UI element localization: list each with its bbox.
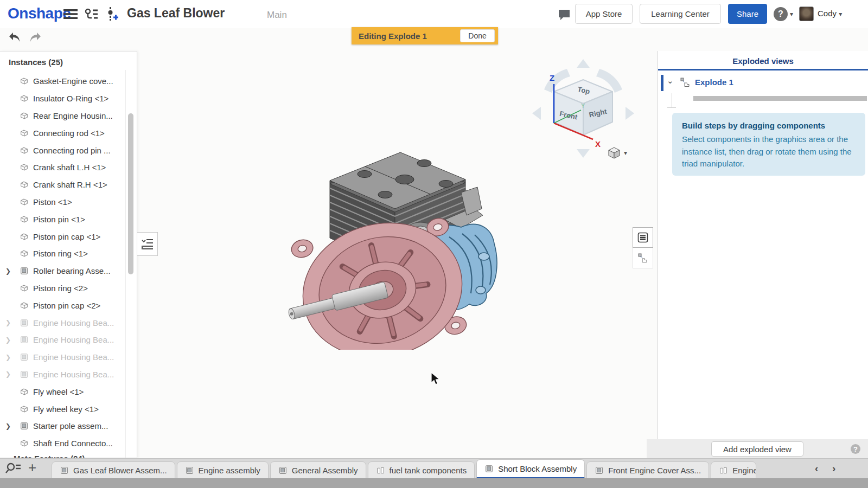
tab-label: Gas Leaf Blower Assem... [73,466,167,475]
assembly-icon [20,266,29,275]
user-caret-icon: ▾ [839,10,842,18]
instance-row[interactable]: Piston pin cap <1> [0,228,125,245]
redo-button[interactable] [28,31,43,44]
instance-row[interactable]: Gasket-Engine cove... [0,73,125,90]
instance-row[interactable]: Insulator O-Ring <1> [0,90,125,107]
branch-create-icon[interactable] [104,7,120,21]
user-menu[interactable]: Cody ▾ [818,9,842,18]
front-cover [288,204,477,350]
help-icon[interactable]: ? [851,444,860,454]
mate-features-label: Mate Features (24) [14,454,85,458]
right-panel-tabs [633,227,653,268]
instance-row[interactable]: Connecting rod <1> [0,124,125,142]
instance-row[interactable]: ❯Engine Housing Bea... [0,331,125,349]
instance-row[interactable]: ❯Starter pole assem... [0,418,125,435]
scrollbar-thumb[interactable] [128,113,133,274]
instance-list: Gasket-Engine cove...Insulator O-Ring <1… [0,73,125,452]
instance-label: Engine Housing Bea... [33,352,114,362]
user-name-label: Cody [818,9,837,18]
share-button[interactable]: Share [728,4,767,24]
instance-row[interactable]: Piston ring <2> [0,280,125,297]
instances-panel-toggle[interactable] [137,232,158,256]
instance-row[interactable]: Piston ring <1> [0,245,125,262]
document-tab[interactable]: fuel tank components [368,461,475,479]
instance-row[interactable]: ❯Roller bearing Asse... [0,262,125,280]
explode-name: Explode 1 [695,78,733,87]
instance-label: Engine Housing Bea... [33,335,114,344]
instance-row[interactable]: Crank shaft R.H <1> [0,176,125,194]
search-tabs-icon[interactable] [5,462,22,477]
document-tab[interactable]: Short Block Assembly [476,459,585,479]
onshape-app: Onshape Gas Leaf Blower Main App Store L… [0,0,868,488]
explode-item[interactable]: ⌄ Explode 1 [658,74,868,92]
instance-row[interactable]: Connecting rod pin ... [0,142,125,159]
onshape-logo[interactable]: Onshape [8,5,71,22]
explode-step-slider[interactable] [693,96,867,101]
instance-row[interactable]: Shaft End Connecto... [0,435,125,452]
instance-row[interactable]: Piston <1> [0,194,125,211]
assembly-icon [20,318,29,328]
document-tab[interactable]: Gas Leaf Blower Assem... [52,461,175,479]
instance-label: Engine Housing Bea... [33,318,114,328]
selection-bar [661,75,663,91]
tab-label: Engine assembly [199,466,260,475]
expand-chevron-icon[interactable]: ❯ [5,370,20,378]
scrollbar-track [125,70,126,458]
add-exploded-view-button[interactable]: Add exploded view [711,441,803,457]
user-avatar[interactable] [799,7,814,21]
done-button[interactable]: Done [460,29,495,42]
instance-row[interactable]: Rear Engine Housin... [0,107,125,125]
expand-chevron-icon[interactable]: ❯ [5,422,20,430]
help-icon[interactable]: ? [774,7,788,21]
document-tab[interactable]: Engine C [711,461,756,479]
window-bottom-edge [0,478,868,488]
graphics-area[interactable]: Top Front Right Z X Y ▾ [158,51,633,458]
instance-label: Insulator O-Ring <1> [33,94,108,103]
instance-row[interactable]: Piston pin <1> [0,210,125,228]
learning-center-button[interactable]: Learning Center [640,4,721,24]
document-tab[interactable]: Front Engine Cover Ass... [586,461,709,479]
instance-label: Engine Housing Bea... [33,370,114,379]
comment-icon[interactable] [556,8,572,22]
expand-chevron-icon[interactable]: ❯ [5,267,20,275]
help-caret-icon[interactable]: ▾ [790,10,793,18]
document-tab[interactable]: General Assembly [270,461,366,479]
view-options-caret-icon: ▾ [624,149,627,157]
instance-row[interactable]: Fly wheel <1> [0,383,125,400]
expand-chevron-icon[interactable]: ❯ [5,336,20,344]
features-list-tab[interactable] [633,227,653,248]
expand-chevron-icon[interactable]: ❯ [5,354,20,361]
tab-scroll-left-icon[interactable]: ‹ [815,463,818,474]
part-icon [20,284,29,293]
part-icon [20,76,29,86]
instance-label: Piston pin cap <1> [33,232,100,241]
tree-connector-tick [667,107,676,108]
instance-label: Gasket-Engine cove... [33,76,113,86]
app-store-button[interactable]: App Store [575,4,633,24]
instance-row[interactable]: Fly wheel key <1> [0,400,125,418]
chevron-down-icon[interactable]: ⌄ [3,454,9,458]
chevron-down-icon[interactable]: ⌄ [667,76,674,86]
instance-row[interactable]: ❯Engine Housing Bea... [0,349,125,366]
instance-row[interactable]: Crank shaft L.H <1> [0,159,125,176]
document-title: Gas Leaf Blower [127,6,225,21]
instance-label: Piston <1> [33,197,72,207]
part-icon [20,404,29,414]
expand-chevron-icon[interactable]: ❯ [5,319,20,326]
instance-label: Piston ring <2> [33,284,88,293]
hamburger-menu-icon[interactable] [62,7,79,21]
view-options-menu[interactable]: ▾ [608,146,627,159]
exploded-views-tab[interactable] [633,248,653,268]
version-tree-icon[interactable] [84,7,100,21]
mate-features-section[interactable]: ⌄ Mate Features (24) [0,454,137,458]
document-tab[interactable]: Engine assembly [177,461,269,479]
undo-button[interactable] [8,31,23,44]
new-tab-button[interactable]: + [28,459,36,476]
tab-scroll-right-icon[interactable]: › [832,463,835,474]
instance-row[interactable]: Piston pin cap <2> [0,297,125,314]
instance-label: Starter pole assem... [33,421,108,431]
part-icon [20,215,29,224]
instance-row[interactable]: ❯Engine Housing Bea... [0,366,125,383]
instance-row[interactable]: ❯Engine Housing Bea... [0,314,125,331]
part-icon [20,163,29,172]
